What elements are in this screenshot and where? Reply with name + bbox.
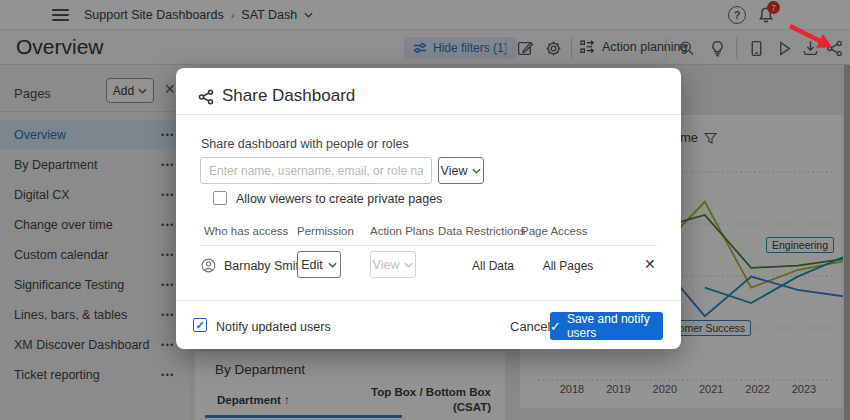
chevron-down-icon xyxy=(328,262,337,268)
chevron-down-icon xyxy=(404,262,413,268)
app-window: XM Support Site Dashboards › SAT Dash ? … xyxy=(0,0,850,420)
column-header-permission: Permission xyxy=(297,225,354,237)
cancel-button[interactable]: Cancel xyxy=(510,319,550,334)
row-permission-value: Edit xyxy=(301,258,323,272)
column-header-action-plans: Action Plans xyxy=(370,225,434,237)
divider xyxy=(200,245,657,246)
share-recipient-input[interactable] xyxy=(200,157,432,184)
check-icon: ✓ xyxy=(550,319,561,334)
modal-title: Share Dashboard xyxy=(222,86,355,106)
permission-select-label: View xyxy=(441,164,468,178)
divider xyxy=(176,300,681,301)
row-action-plans-dropdown-disabled: View xyxy=(370,251,416,278)
notify-users-checkbox[interactable]: ✓ xyxy=(193,318,207,332)
save-and-notify-button[interactable]: ✓ Save and notify users xyxy=(550,312,663,340)
user-icon xyxy=(201,258,216,273)
divider xyxy=(176,114,681,115)
chevron-down-icon xyxy=(472,168,481,174)
notify-users-label: Notify updated users xyxy=(216,320,331,334)
user-name: Barnaby Smith xyxy=(224,259,306,273)
column-header-page-access: Page Access xyxy=(521,225,587,237)
row-permission-dropdown[interactable]: Edit xyxy=(297,251,341,278)
allow-private-pages-label: Allow viewers to create private pages xyxy=(236,192,442,206)
remove-user-icon[interactable]: ✕ xyxy=(644,256,656,272)
permission-select-dropdown[interactable]: View xyxy=(438,157,484,184)
share-with-label: Share dashboard with people or roles xyxy=(201,137,409,151)
save-button-label: Save and notify users xyxy=(567,312,663,340)
row-action-plans-value: View xyxy=(373,258,400,272)
column-header-who-has-access: Who has access xyxy=(204,225,288,237)
column-header-data-restrictions: Data Restrictions xyxy=(438,225,526,237)
allow-private-pages-checkbox[interactable] xyxy=(213,191,227,205)
share-icon xyxy=(198,89,214,105)
share-dashboard-modal: Share Dashboard Share dashboard with peo… xyxy=(176,68,681,349)
row-page-access[interactable]: All Pages xyxy=(518,259,618,273)
